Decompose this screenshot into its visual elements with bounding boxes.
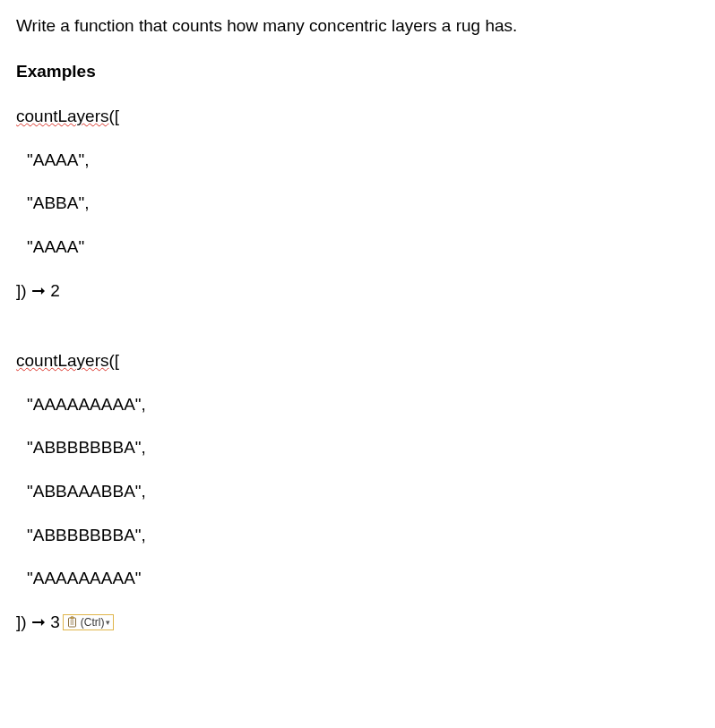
example2-arg: "AAAAAAAAA",: [16, 393, 699, 417]
example1-arg: "AAAA": [16, 236, 699, 260]
examples-heading: Examples: [16, 60, 699, 84]
example2-call-open: countLayers([: [16, 349, 699, 373]
example1-call-open: countLayers([: [16, 105, 699, 129]
example2-arg: "ABBAAABBA",: [16, 480, 699, 504]
paste-label: (Ctrl): [81, 615, 105, 630]
function-name: countLayers: [16, 107, 109, 125]
example1-result: ]) ➞ 2: [16, 279, 699, 304]
function-name: countLayers: [16, 351, 109, 370]
clipboard-icon: [66, 616, 79, 629]
open-bracket: ([: [109, 107, 120, 125]
example2-arg: "ABBBBBBBA",: [16, 524, 699, 548]
example1-arg: "AAAA",: [16, 149, 699, 173]
example2-arg: "ABBBBBBBA",: [16, 436, 699, 460]
example2-result: ]) ➞ 3: [16, 611, 60, 635]
example2-arg: "AAAAAAAAA": [16, 567, 699, 591]
svg-rect-1: [71, 617, 73, 619]
example1-arg: "ABBA",: [16, 192, 699, 216]
example2-result-row: ]) ➞ 3 (Ctrl) ▾: [16, 611, 699, 635]
paste-options-widget[interactable]: (Ctrl) ▾: [63, 614, 115, 630]
intro-text: Write a function that counts how many co…: [16, 14, 699, 39]
chevron-down-icon: ▾: [106, 617, 110, 629]
open-bracket: ([: [109, 351, 120, 370]
